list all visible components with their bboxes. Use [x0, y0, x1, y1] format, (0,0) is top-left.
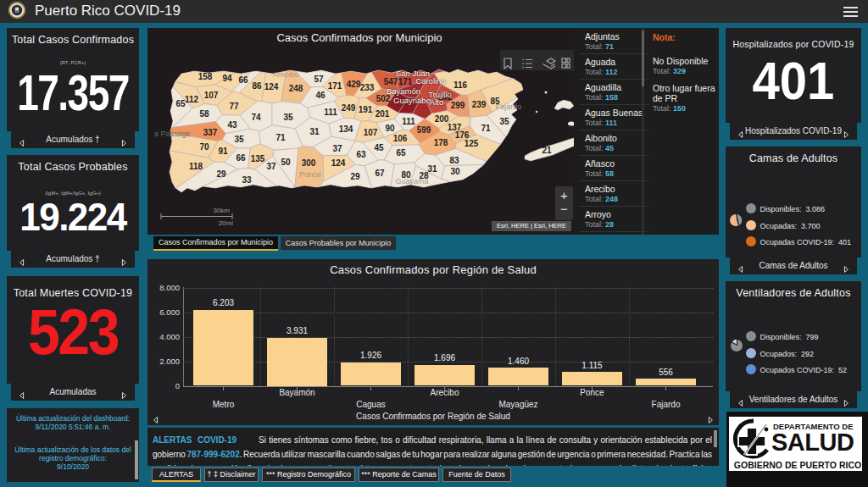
svg-text:Alto: Alto [430, 97, 443, 107]
svg-text:106: 106 [393, 134, 408, 143]
svg-text:111: 111 [324, 108, 337, 117]
svg-text:21: 21 [542, 146, 552, 155]
svg-text:74: 74 [251, 113, 261, 122]
svg-text:599: 599 [417, 125, 431, 135]
svg-text:46: 46 [315, 91, 326, 100]
svg-text:107: 107 [204, 91, 219, 100]
svg-text:124: 124 [264, 82, 279, 91]
svg-text:70: 70 [199, 142, 209, 152]
svg-text:125: 125 [465, 139, 479, 148]
svg-text:66: 66 [236, 153, 246, 163]
svg-text:171: 171 [328, 81, 342, 91]
svg-text:94: 94 [222, 74, 232, 83]
svg-text:29: 29 [350, 172, 360, 181]
svg-text:Bayamón: Bayamón [387, 86, 420, 96]
svg-text:58: 58 [199, 109, 209, 119]
svg-text:66: 66 [238, 75, 248, 85]
svg-text:37: 37 [332, 144, 342, 153]
svg-text:158: 158 [198, 72, 213, 81]
svg-text:a Passage: a Passage [154, 130, 191, 138]
svg-text:37: 37 [266, 162, 276, 171]
svg-text:201: 201 [376, 109, 390, 119]
svg-text:134: 134 [339, 125, 353, 134]
svg-text:Arecibo: Arecibo [273, 70, 299, 79]
svg-text:337: 337 [203, 128, 218, 137]
svg-text:35: 35 [234, 135, 244, 144]
svg-text:86: 86 [252, 81, 262, 91]
svg-text:30: 30 [450, 167, 460, 176]
svg-text:Fajardo: Fajardo [496, 102, 522, 111]
svg-text:83: 83 [449, 156, 459, 165]
svg-text:71: 71 [275, 133, 286, 142]
svg-text:116: 116 [453, 80, 468, 90]
svg-text:57: 57 [314, 75, 324, 84]
svg-text:35: 35 [283, 113, 293, 122]
svg-text:43: 43 [227, 120, 237, 130]
svg-text:112: 112 [185, 95, 199, 104]
svg-text:63: 63 [356, 150, 366, 159]
svg-text:71: 71 [481, 124, 491, 133]
svg-text:31: 31 [309, 127, 320, 136]
svg-text:107: 107 [364, 128, 378, 137]
svg-text:77: 77 [229, 102, 239, 111]
svg-text:50: 50 [281, 158, 291, 167]
svg-text:45: 45 [374, 143, 384, 152]
svg-text:300: 300 [302, 158, 316, 168]
svg-text:135: 135 [251, 154, 265, 163]
svg-text:91: 91 [218, 147, 228, 156]
svg-text:111: 111 [402, 117, 415, 126]
svg-text:Carolina: Carolina [415, 76, 446, 86]
svg-text:Ponce: Ponce [299, 170, 321, 179]
svg-text:178: 178 [434, 138, 448, 147]
svg-text:Guayama: Guayama [395, 177, 428, 185]
svg-text:33: 33 [242, 175, 252, 185]
svg-text:233: 233 [360, 83, 375, 92]
svg-text:239: 239 [472, 100, 487, 109]
svg-text:67: 67 [375, 169, 385, 178]
svg-text:429: 429 [347, 80, 361, 89]
svg-text:171: 171 [398, 77, 413, 86]
svg-text:35: 35 [499, 117, 509, 126]
svg-text:Guaynabo: Guaynabo [393, 96, 431, 105]
svg-text:191: 191 [359, 105, 373, 114]
svg-text:249: 249 [342, 103, 356, 113]
svg-text:90: 90 [385, 124, 395, 133]
svg-text:248: 248 [289, 84, 303, 93]
svg-text:124: 124 [331, 158, 346, 168]
svg-text:31: 31 [427, 164, 437, 174]
svg-text:299: 299 [451, 101, 465, 110]
svg-text:29: 29 [216, 169, 226, 179]
svg-text:65: 65 [396, 148, 406, 158]
svg-text:118: 118 [189, 162, 203, 171]
svg-text:547: 547 [384, 77, 398, 86]
